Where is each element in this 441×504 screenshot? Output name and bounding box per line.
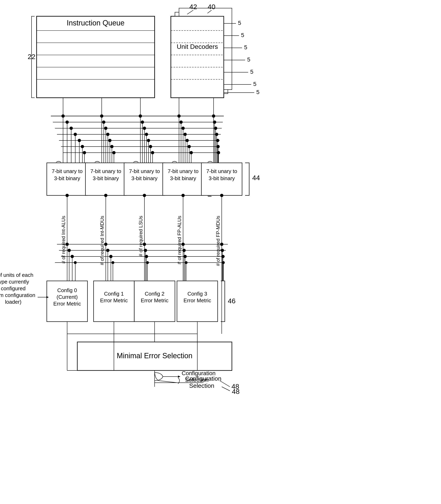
svg-text:(from configuration: (from configuration: [0, 292, 35, 298]
units-label-line1: # of units of each: [0, 272, 33, 278]
svg-text:Error Metric: Error Metric: [100, 297, 128, 304]
svg-point-141: [65, 194, 69, 197]
converter2-label: 7-bit unary to: [90, 168, 121, 174]
svg-text:3-bit binary: 3-bit binary: [170, 175, 196, 181]
ref-42: 42: [189, 3, 197, 11]
svg-rect-15: [37, 16, 155, 98]
ref-44: 44: [252, 174, 260, 181]
output-5-1: 5: [238, 20, 241, 26]
req-fp-alus-label: # of required FP-ALUs: [176, 216, 182, 264]
config1-title: Config 1: [104, 291, 124, 297]
converter4-label: 7-bit unary to: [168, 168, 199, 174]
svg-text:48: 48: [232, 382, 239, 390]
ref-40: 40: [208, 3, 215, 11]
config0-title: Config 0: [57, 287, 77, 293]
output-5-5: 5: [250, 69, 253, 75]
svg-text:Error Metric: Error Metric: [141, 297, 168, 304]
svg-text:Unit Decoders: Unit Decoders: [177, 43, 218, 50]
converter5-label: 7-bit unary to: [206, 168, 237, 174]
svg-text:(Current): (Current): [57, 294, 78, 300]
output-5-2: 5: [241, 32, 244, 38]
svg-text:3-bit binary: 3-bit binary: [54, 175, 80, 181]
svg-text:Error Metric: Error Metric: [53, 301, 81, 307]
svg-point-144: [181, 194, 185, 197]
req-fp-mdus-label: # of required FP-MDUs: [215, 216, 221, 266]
config-select-line1: Configuration: [182, 370, 216, 376]
svg-text:Selection: Selection: [189, 382, 214, 389]
svg-point-142: [104, 194, 107, 197]
config-select-line2: Selection: [185, 377, 208, 383]
svg-text:loader): loader): [5, 299, 22, 305]
config2-title: Config 2: [145, 291, 165, 297]
converter3-label: 7-bit unary to: [129, 168, 160, 174]
svg-text:Instruction Queue: Instruction Queue: [67, 19, 125, 27]
svg-text:type currently: type currently: [0, 279, 29, 285]
svg-text:3-bit binary: 3-bit binary: [209, 175, 235, 181]
diagram-container: Instruction Queue Unit Decoders Unit Dec…: [0, 0, 441, 504]
svg-text:configured: configured: [1, 285, 25, 292]
svg-text:3-bit binary: 3-bit binary: [93, 175, 119, 181]
svg-point-145: [220, 194, 223, 197]
minimal-error-label: Minimal Error Selection: [117, 352, 192, 360]
output-5-7: 5: [256, 89, 260, 95]
config3-title: Config 3: [188, 291, 207, 297]
svg-text:Error Metric: Error Metric: [184, 297, 211, 304]
req-int-mdus-label: # of required Int-MDUs: [99, 216, 105, 265]
output-5-3: 5: [244, 44, 247, 50]
converter1-label: 7-bit unary to: [52, 168, 83, 174]
output-5-6: 5: [253, 81, 256, 87]
svg-rect-16: [171, 16, 224, 98]
svg-point-143: [143, 194, 146, 197]
svg-text:3-bit binary: 3-bit binary: [131, 175, 158, 181]
output-5-4: 5: [247, 56, 251, 63]
ref-46: 46: [228, 297, 236, 305]
